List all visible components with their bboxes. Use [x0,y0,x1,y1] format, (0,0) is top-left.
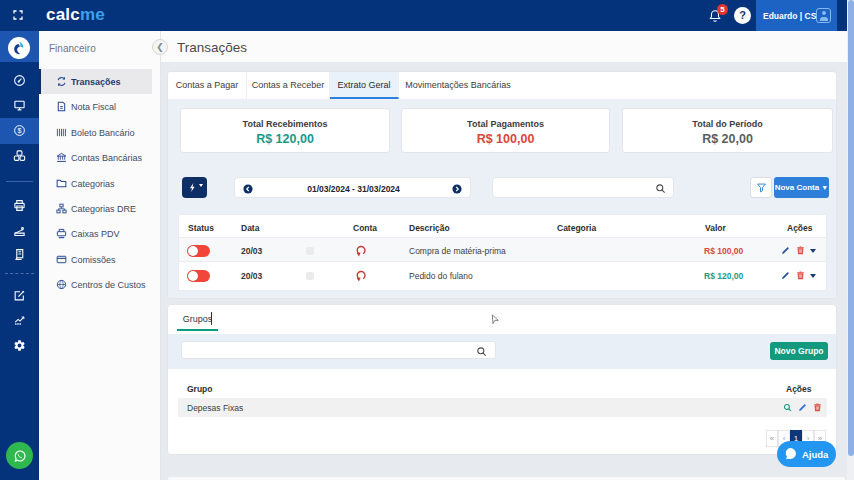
svg-text:$: $ [18,127,22,134]
